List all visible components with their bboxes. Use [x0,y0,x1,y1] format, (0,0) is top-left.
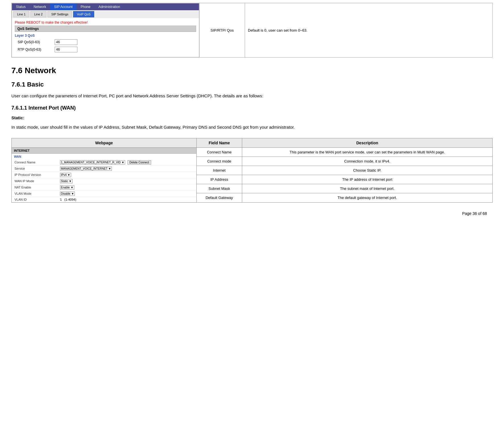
section-761-heading: 7.6.1 Basic [11,81,493,88]
inner-row-vlan-mode: VLAN Mode Disable ▼ [12,191,196,197]
nav-bar: Status Network SIP Account Phone Adminis… [12,3,199,10]
field-default-gateway: Default Gateway [197,193,242,202]
inner-label-service: Service [15,167,60,170]
field-subnet-mask: Subnet Mask [197,184,242,193]
wan-label: WAN [12,154,196,159]
inner-value-ip-protocol[interactable]: IPv4 ▼ [60,173,71,177]
nav-phone[interactable]: Phone [77,3,94,10]
col-header-webpage: Webpage [12,138,197,147]
rtp-qos-row: RTP QoS(0-63) [15,47,196,52]
inner-label-wan-ip-mode: WAN IP Mode [15,179,60,183]
inner-value-connect-name[interactable]: 1_MANAGEMENT_VOICE_INTERNET_R_VID ▼ [60,160,125,165]
sub-line1[interactable]: Line 1 [13,11,29,17]
delete-connect-btn[interactable]: Delete Connect [127,160,151,165]
sip-rtp-qos-field-name: SIP/RTP/ Qos [199,3,245,58]
sub-voip-qos[interactable]: VoIP QoS [73,11,94,17]
qos-section: QoS Settings Layer 3 QoS SIP QoS(0-63) R… [12,26,199,57]
inner-value-wan-ip-mode[interactable]: Static ▼ [60,179,73,183]
main-data-table: Webpage Field Name Description INTERNET … [11,138,493,203]
desc-connect-name: This parameter is the WAN port service m… [242,147,493,157]
inner-row-service: Service MANAGEMENT_VOICE_INTERNET ▼ [12,166,196,172]
inner-screenshot-cell: INTERNET WAN Connect Name 1_MANAGEMENT_V… [12,147,197,202]
sub-nav: Line 1 Line 2 SIP Settings VoIP QoS [12,10,199,18]
sip-qos-input[interactable] [55,39,77,45]
desc-ip-address: The IP address of Internet port [242,175,493,184]
page-number: Page 36 of 68 [11,211,493,216]
section-76-heading: 7.6 Network [11,66,493,75]
inner-row-connect-name: Connect Name 1_MANAGEMENT_VOICE_INTERNET… [12,159,196,166]
col-header-field-name: Field Name [197,138,242,147]
inner-row-wan-ip-mode: WAN IP Mode Static ▼ [12,178,196,184]
nav-sip-account[interactable]: SIP Account [50,3,77,10]
section-761-body: User can configure the parameters of Int… [11,93,493,99]
inner-value-vlan-id: 1 (1-4094) [60,198,76,201]
rtp-qos-label: RTP QoS(0-63) [18,48,55,52]
sip-qos-row: SIP QoS(0-63) [15,39,196,45]
inner-value-vlan-mode[interactable]: Disable ▼ [60,192,75,196]
rtp-qos-input[interactable] [55,47,77,52]
reboot-notice: Please REBOOT to make the changes effect… [12,18,199,26]
sub-line2[interactable]: Line 2 [30,11,46,17]
inner-row-ip-protocol: IP Protocol Version IPv4 ▼ [12,172,196,178]
inner-value-service[interactable]: MANAGEMENT_VOICE_INTERNET ▼ [60,167,112,171]
col-header-description: Description [242,138,493,147]
static-desc: In static mode, user should fill in the … [11,124,493,131]
field-ip-address: IP Address [197,175,242,184]
inner-label-vlan-id: VLAN ID [15,198,60,201]
sip-qos-label: SIP QoS(0-63) [18,40,55,44]
desc-default-gateway: The default gateway of Internet port. [242,193,493,202]
nav-network[interactable]: Network [30,3,50,10]
sub-sip-settings[interactable]: SIP Settings [48,11,72,17]
field-connect-name: Connect Name [197,147,242,157]
desc-subnet-mask: The subnet mask of Internet port. [242,184,493,193]
internet-header: INTERNET [12,148,196,154]
screenshot-cell: Status Network SIP Account Phone Adminis… [12,3,199,58]
inner-value-nat-enable[interactable]: Enable ▼ [60,185,74,190]
main-table-row-screenshot: INTERNET WAN Connect Name 1_MANAGEMENT_V… [12,147,493,157]
inner-label-vlan-mode: VLAN Mode [15,192,60,195]
layer3-label: Layer 3 QoS [15,34,196,38]
field-internet: Internet [197,166,242,175]
inner-row-nat-enable: NAT Enable Enable ▼ [12,184,196,191]
qos-title-bar: QoS Settings [15,26,196,32]
inner-label-nat-enable: NAT Enable [15,186,60,189]
inner-label-ip-protocol: IP Protocol Version [15,173,60,176]
static-label: Static: [11,115,493,120]
section-7611-heading: 7.6.1.1 Internet Port (WAN) [11,105,493,111]
desc-internet: Choose Static IP. [242,166,493,175]
desc-connect-mode: Connection mode, it si IPv4. [242,157,493,166]
screenshot-image: Status Network SIP Account Phone Adminis… [12,3,199,57]
inner-row-vlan-id: VLAN ID 1 (1-4094) [12,197,196,202]
sip-rtp-qos-description: Default is 0, user can set from 0~63. [245,3,493,58]
nav-status[interactable]: Status [12,3,30,10]
inner-label-connect-name: Connect Name [15,161,60,164]
inner-screenshot: INTERNET WAN Connect Name 1_MANAGEMENT_V… [12,148,196,202]
nav-administration[interactable]: Administration [94,3,124,10]
top-section-table: Status Network SIP Account Phone Adminis… [11,3,493,58]
field-connect-mode: Connect mode [197,157,242,166]
